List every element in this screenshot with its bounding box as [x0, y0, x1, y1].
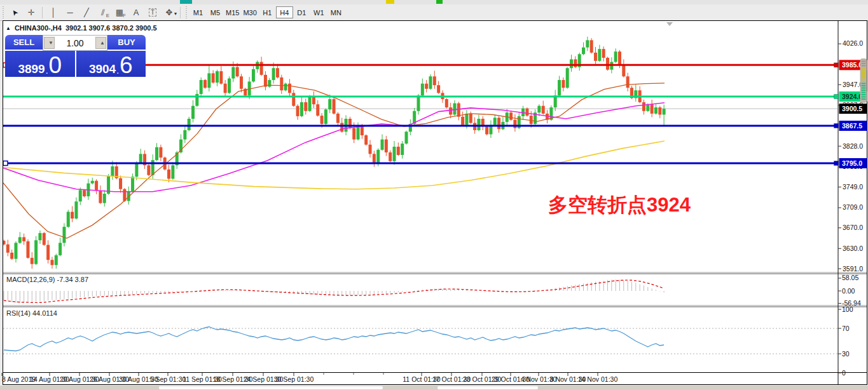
candle-body	[324, 109, 327, 124]
widget-stripe	[862, 79, 866, 80]
price-tag-label: 3924.0	[842, 93, 862, 100]
candle-body	[429, 76, 432, 89]
horizontal-line-icon[interactable]: ─	[62, 6, 78, 19]
level-end-marker[interactable]	[834, 123, 839, 128]
candle-body	[276, 68, 279, 77]
text-label-icon[interactable]: T	[144, 6, 161, 19]
candle-body	[10, 253, 13, 259]
candle-body	[542, 106, 545, 114]
candle-body	[376, 150, 380, 163]
widget-stripe	[862, 81, 866, 82]
candle-body	[352, 128, 355, 140]
volume-input[interactable]	[55, 37, 95, 49]
trade-panel-price-row: 3899 . 0 3904 . 6	[5, 51, 146, 77]
candle-body	[469, 114, 472, 123]
date-label: 30 Sep 01:30	[274, 375, 314, 383]
level-end-marker[interactable]	[834, 63, 839, 67]
toolbar-separator	[180, 7, 181, 18]
candle-body	[191, 106, 195, 119]
candle-body	[509, 112, 513, 119]
candle-body	[224, 84, 227, 93]
candle-body	[622, 65, 625, 77]
timeframe-h4[interactable]: H4	[276, 6, 293, 18]
candle-body	[280, 77, 283, 90]
candle-body	[453, 104, 456, 115]
candle-body	[236, 67, 239, 77]
candle-body	[74, 201, 78, 219]
widget-stripe	[862, 63, 866, 64]
chart-title: ▲ CHINA300-,H4 3902.1 3907.6 3870.2 3900…	[6, 24, 157, 32]
candle-body	[207, 73, 210, 88]
sell-price[interactable]: 3899 . 0	[5, 51, 75, 77]
text-icon[interactable]: A	[128, 6, 144, 19]
volume-decrease-button[interactable]: ▼	[44, 37, 55, 49]
buy-price-dot: .	[116, 66, 119, 75]
candle-body	[95, 181, 98, 191]
level-end-marker[interactable]	[834, 95, 839, 99]
timeframe-w1[interactable]: W1	[310, 6, 327, 18]
macd-axis-label: 0.00	[842, 287, 855, 295]
candle-body	[397, 147, 400, 155]
rsi-axis-label: 30	[842, 350, 850, 358]
candle-body	[606, 58, 609, 70]
text-label-tool-glyph: T	[149, 8, 156, 17]
candle-body	[654, 107, 658, 114]
toolbar: ➤✛│─╱⫽E▦FAT✥▾M1M5M15M30H1H4D1W1MN	[0, 4, 868, 21]
price-tag-label: 3900.5	[842, 105, 862, 112]
candle-body	[425, 84, 428, 89]
widget-stripe	[862, 74, 866, 76]
hline-handle[interactable]	[3, 161, 8, 165]
collapse-panel-icon[interactable]: ▲	[6, 25, 11, 31]
candle-body	[493, 118, 497, 124]
candle-body	[389, 152, 392, 161]
candle-body	[558, 80, 561, 95]
timeframe-m5[interactable]: M5	[207, 6, 224, 18]
candle-body	[22, 237, 25, 241]
timeframe-h1[interactable]: H1	[259, 6, 276, 18]
buy-price[interactable]: 3904 . 6	[76, 51, 146, 77]
axis-scroll-widget[interactable]	[860, 58, 867, 103]
candle-body	[357, 126, 360, 139]
buy-price-main: 3904	[89, 63, 116, 75]
fibonacci-icon[interactable]: ▦F	[111, 6, 128, 19]
cursor-icon[interactable]: ➤	[6, 6, 23, 19]
candle-body	[91, 181, 94, 184]
equidistant-channel-icon[interactable]: ⫽E	[95, 6, 111, 19]
timeframe-m15[interactable]: M15	[224, 6, 241, 18]
candle-body	[71, 212, 74, 219]
widget-stripe	[862, 61, 866, 62]
timeframe-mn[interactable]: MN	[327, 6, 345, 18]
candle-body	[513, 120, 516, 128]
timeframe-m1[interactable]: M1	[189, 6, 207, 18]
candle-body	[83, 190, 86, 196]
toolbar-grip[interactable]	[184, 6, 188, 19]
candle-body	[530, 116, 533, 124]
toolbar-grip[interactable]	[1, 6, 5, 19]
vertical-line-icon[interactable]: │	[45, 6, 62, 19]
timeframe-m30[interactable]: M30	[241, 6, 258, 18]
trendline-icon[interactable]: ╱	[78, 6, 95, 19]
timeframe-d1[interactable]: D1	[293, 6, 310, 18]
sell-price-dot: .	[46, 66, 48, 75]
price-tag-label: 3985.0	[842, 61, 862, 69]
candle-body	[646, 104, 649, 111]
candle-body	[385, 140, 388, 152]
candle-body	[200, 80, 203, 94]
crosshair-icon[interactable]: ✛	[23, 6, 39, 19]
candle-body	[159, 147, 162, 158]
price-tag-label: 3867.5	[842, 122, 862, 130]
candle-body	[79, 190, 82, 201]
candle-body	[155, 147, 158, 160]
buy-button[interactable]: BUY	[107, 35, 146, 51]
toolbar-sliver-icon	[386, 0, 394, 4]
arrows-icon[interactable]: ✥▾	[161, 6, 177, 19]
widget-stripe	[862, 94, 866, 95]
dropdown-caret-icon[interactable]: ▾	[174, 11, 177, 17]
candle-body	[288, 84, 291, 93]
sell-button[interactable]: SELL	[5, 35, 43, 51]
candle-body	[67, 212, 70, 227]
level-end-marker[interactable]	[834, 161, 839, 165]
candle-body	[188, 119, 191, 130]
volume-increase-button[interactable]: ▲	[95, 37, 106, 49]
candle-body	[203, 80, 207, 88]
